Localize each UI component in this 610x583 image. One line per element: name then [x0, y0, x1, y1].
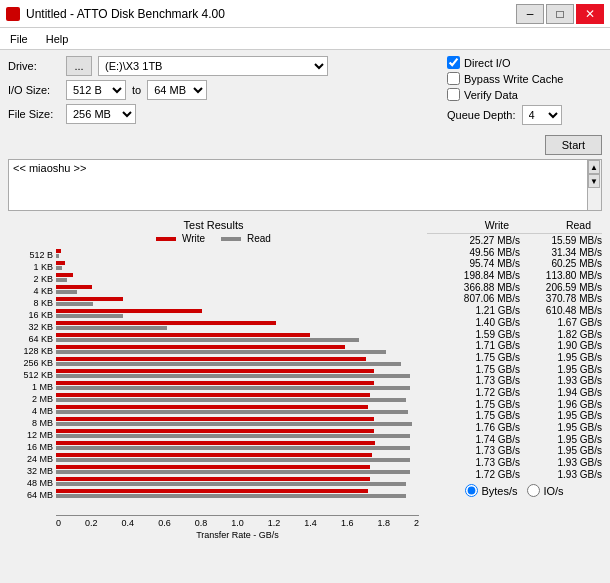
y-label-2: 2 KB [33, 274, 53, 285]
y-label-13: 4 MB [32, 406, 53, 417]
menu-help[interactable]: Help [42, 32, 73, 46]
bar-row-6 [56, 320, 419, 331]
result-write-16: 1.76 GB/s [438, 422, 520, 434]
direct-io-label: Direct I/O [464, 57, 510, 69]
chart-section: Test Results Write Read 512 B1 KB2 KB4 K… [8, 219, 419, 540]
result-row-20: 1.72 GB/s1.93 GB/s [427, 469, 602, 481]
result-read-5: 370.78 MB/s [520, 293, 602, 305]
drive-select[interactable]: (E:)\X3 1TB [98, 56, 328, 76]
filesize-select[interactable]: 256 MB [66, 104, 136, 124]
y-label-11: 1 MB [32, 382, 53, 393]
result-write-12: 1.73 GB/s [438, 375, 520, 387]
browse-button[interactable]: ... [66, 56, 92, 76]
write-bar-7 [56, 333, 310, 337]
y-label-4: 8 KB [33, 298, 53, 309]
io-radio[interactable] [527, 484, 540, 497]
io-to-select[interactable]: 64 MB [147, 80, 207, 100]
result-read-9: 1.90 GB/s [520, 340, 602, 352]
write-bar-11 [56, 381, 374, 385]
controls-right: Direct I/O Bypass Write Cache Verify Dat… [447, 56, 602, 155]
write-bar-19 [56, 477, 370, 481]
io-radio-item: IO/s [527, 484, 563, 497]
result-row-4: 366.88 MB/s206.59 MB/s [427, 282, 602, 294]
direct-io-checkbox[interactable] [447, 56, 460, 69]
result-read-1: 31.34 MB/s [520, 247, 602, 259]
result-write-2: 95.74 MB/s [438, 258, 520, 270]
filesize-row: File Size: 256 MB [8, 104, 439, 124]
read-legend-color [221, 237, 241, 241]
result-read-20: 1.93 GB/s [520, 469, 602, 481]
io-to-text: to [132, 84, 141, 96]
write-bar-9 [56, 357, 366, 361]
window-controls: – □ ✕ [516, 4, 604, 24]
read-bar-18 [56, 470, 410, 474]
read-legend: Read [221, 233, 271, 244]
read-bar-17 [56, 458, 410, 462]
menu-bar: File Help [0, 28, 610, 50]
y-label-15: 12 MB [27, 430, 53, 441]
drive-label: Drive: [8, 60, 60, 72]
result-row-12: 1.73 GB/s1.93 GB/s [427, 375, 602, 387]
controls-left: Drive: ... (E:)\X3 1TB I/O Size: 512 B t… [8, 56, 439, 155]
scroll-down[interactable]: ▼ [588, 174, 600, 188]
result-read-3: 113.80 MB/s [520, 270, 602, 282]
bytes-radio[interactable] [465, 484, 478, 497]
write-bar-18 [56, 465, 370, 469]
bypass-cache-checkbox[interactable] [447, 72, 460, 85]
y-label-9: 256 KB [23, 358, 53, 369]
y-label-20: 64 MB [27, 490, 53, 501]
radio-row: Bytes/s IO/s [427, 484, 602, 497]
x-label-2: 0.4 [122, 518, 135, 528]
write-bar-14 [56, 417, 374, 421]
bar-row-8 [56, 344, 419, 355]
scroll-up[interactable]: ▲ [588, 160, 600, 174]
result-write-11: 1.75 GB/s [438, 364, 520, 376]
minimize-button[interactable]: – [516, 4, 544, 24]
result-row-5: 807.06 MB/s370.78 MB/s [427, 293, 602, 305]
x-label-7: 1.4 [304, 518, 317, 528]
queue-depth-select[interactable]: 4 [522, 105, 562, 125]
result-row-9: 1.71 GB/s1.90 GB/s [427, 340, 602, 352]
read-bar-4 [56, 302, 93, 306]
read-bar-14 [56, 422, 412, 426]
io-from-select[interactable]: 512 B [66, 80, 126, 100]
io-label: IO/s [543, 485, 563, 497]
write-legend-color [156, 237, 176, 241]
output-text: << miaoshu >> [13, 162, 86, 174]
menu-file[interactable]: File [6, 32, 32, 46]
start-button[interactable]: Start [545, 135, 602, 155]
write-legend: Write [156, 233, 205, 244]
result-write-14: 1.75 GB/s [438, 399, 520, 411]
chart-and-data-section: Test Results Write Read 512 B1 KB2 KB4 K… [0, 219, 610, 544]
y-label-5: 16 KB [28, 310, 53, 321]
results-rows: 25.27 MB/s15.59 MB/s49.56 MB/s31.34 MB/s… [427, 235, 602, 480]
drive-row: Drive: ... (E:)\X3 1TB [8, 56, 439, 76]
verify-data-checkbox[interactable] [447, 88, 460, 101]
write-bar-17 [56, 453, 372, 457]
output-scrollbar[interactable]: ▲ ▼ [587, 160, 601, 210]
bar-row-14 [56, 416, 419, 427]
result-write-9: 1.71 GB/s [438, 340, 520, 352]
write-bar-5 [56, 309, 202, 313]
write-bar-15 [56, 429, 374, 433]
x-label-9: 1.8 [377, 518, 390, 528]
result-row-13: 1.72 GB/s1.94 GB/s [427, 387, 602, 399]
read-bar-20 [56, 494, 406, 498]
bar-row-20 [56, 488, 419, 499]
y-label-6: 32 KB [28, 322, 53, 333]
bar-row-12 [56, 392, 419, 403]
close-button[interactable]: ✕ [576, 4, 604, 24]
bar-row-15 [56, 428, 419, 439]
y-label-3: 4 KB [33, 286, 53, 297]
result-write-19: 1.73 GB/s [438, 457, 520, 469]
x-label-0: 0 [56, 518, 61, 528]
write-bar-8 [56, 345, 345, 349]
y-label-7: 64 KB [28, 334, 53, 345]
maximize-button[interactable]: □ [546, 4, 574, 24]
result-write-7: 1.40 GB/s [438, 317, 520, 329]
chart-legend: Write Read [8, 233, 419, 244]
read-bar-1 [56, 266, 62, 270]
queue-depth-label: Queue Depth: [447, 109, 516, 121]
x-label-1: 0.2 [85, 518, 98, 528]
result-read-14: 1.96 GB/s [520, 399, 602, 411]
